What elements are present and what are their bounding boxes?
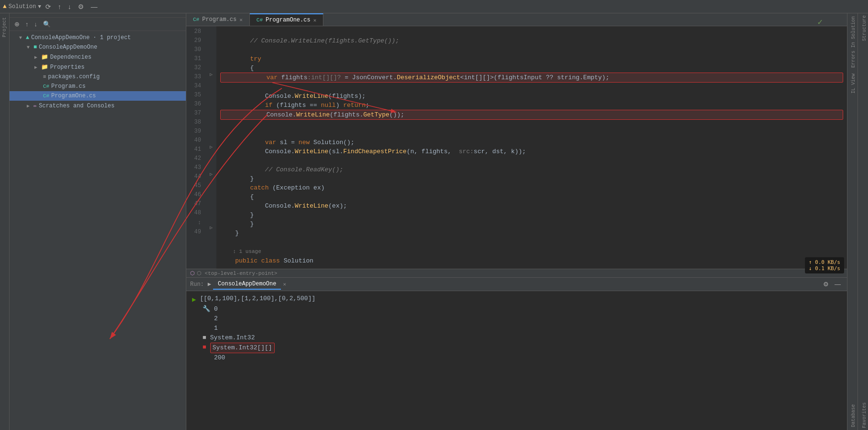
- bottom-tabs-bar: Run: ▶ ConsoleAppDemoOne ✕ ⚙ —: [186, 278, 847, 291]
- tree-item-scratches[interactable]: ▶ ✏ Scratches and Consoles: [10, 101, 186, 111]
- scratches-label: Scratches and Consoles: [39, 103, 114, 109]
- sidebar-tool-btn-1[interactable]: ⊕: [12, 20, 21, 29]
- vtab-database[interactable]: Database: [847, 401, 857, 430]
- sidebar-header: [10, 13, 186, 18]
- checkmark-symbol: ✓: [817, 18, 823, 27]
- line-40: // Console.ReadKey();: [220, 166, 343, 173]
- sync-btn[interactable]: ⟳: [43, 2, 54, 11]
- line-28: // Console.WriteLine(flights.GetType());: [220, 37, 399, 44]
- vtab-structure[interactable]: Structure: [858, 13, 868, 43]
- tree-item-pkg[interactable]: ≡ packages.config: [10, 72, 186, 82]
- line-45: }: [220, 211, 254, 219]
- tab-program-close[interactable]: ✕: [239, 17, 243, 23]
- console-line-5: ■ System.Int32: [203, 333, 841, 343]
- bottom-panel: Run: ▶ ConsoleAppDemoOne ✕ ⚙ — ▶ [[: [186, 277, 847, 430]
- project-sidebar: ⊕ ↑ ↓ 🔍 ▼ ▲ ConsoleAppDemoOne · 1 projec…: [10, 13, 186, 430]
- console-output-1: 1: [214, 324, 218, 333]
- tree-item-proj[interactable]: ▼ ■ ConsoleAppDemoOne: [10, 42, 186, 52]
- expand-arrow-scratches: ▶: [27, 103, 32, 109]
- vtab-spacer: [847, 96, 857, 401]
- line-49: public class Solution: [220, 257, 313, 264]
- console-tool-icon-2: ■: [203, 333, 206, 343]
- line-42: catch (Exception ex): [220, 184, 325, 191]
- console-line-6: ■ System.Int32[][]: [203, 343, 841, 353]
- checkmark-indicator: ✓: [817, 17, 823, 27]
- console-tab-label: ConsoleAppDemoOne: [218, 281, 276, 287]
- minimize-btn[interactable]: —: [88, 2, 100, 11]
- nav-up-btn[interactable]: ↑: [55, 2, 64, 11]
- gutter: ▷ ▷ ▷ ▷: [208, 26, 216, 269]
- line-34: if (flights == null) return;: [220, 102, 369, 109]
- console-minimize-btn[interactable]: —: [832, 280, 843, 289]
- far-right-tabs: Structure Favorites: [857, 13, 868, 430]
- console-line-4: 1: [203, 324, 841, 333]
- console-output: ▶ [[0,1,100],[1,2,100],[0,2,500]] 🔧 0 2: [186, 291, 847, 430]
- code-tabs-bar: C# Program.cs ✕ C# ProgramOne.cs ✕: [186, 13, 847, 26]
- console-output-int32-arr: System.Int32[][]: [210, 343, 275, 353]
- tree-item-solution[interactable]: ▼ ▲ ConsoleAppDemoOne · 1 project: [10, 33, 186, 42]
- dropdown-icon[interactable]: ▼: [38, 4, 41, 10]
- fold-arrow-41[interactable]: ▷: [210, 144, 213, 150]
- net-upload: ↑ 0.0 KB/s: [809, 259, 840, 265]
- breadcrumb-bar: ⬡ ⬡ <top-level-entry-point>: [186, 269, 847, 277]
- sidebar-search-btn[interactable]: 🔍: [41, 20, 53, 29]
- run-label: Run:: [190, 281, 204, 288]
- line-44: Console.WriteLine(ex);: [220, 202, 347, 210]
- left-vertical-tabs: Project: [0, 13, 10, 430]
- vtab-il[interactable]: IL View: [847, 71, 857, 96]
- fold-arrow-42[interactable]: ▷: [210, 171, 213, 177]
- vtab-errors[interactable]: Errors In Solution: [847, 13, 857, 71]
- sidebar-tool-btn-3[interactable]: ↓: [32, 20, 40, 29]
- usage-hint: ↕ 1 usage: [220, 249, 261, 254]
- run-icon: ▶: [208, 281, 211, 288]
- deps-icon: 📁: [41, 53, 48, 61]
- sidebar-tool-btn-2[interactable]: ↑: [23, 20, 31, 29]
- console-output-0: 0: [214, 304, 218, 314]
- code-editor[interactable]: 28 29 30 31 32 33 34 35 36 37 38 39 40 4…: [186, 26, 847, 269]
- fold-arrow-49[interactable]: ▷: [210, 225, 213, 231]
- sidebar-label-project[interactable]: Project: [1, 15, 8, 39]
- line-30: try: [220, 55, 261, 63]
- far-right-spacer: [858, 43, 868, 400]
- run-play-icon: ▶: [192, 295, 196, 304]
- line-47: }: [220, 230, 239, 237]
- pkg-label: packages.config: [48, 73, 100, 80]
- prog-icon: C#: [43, 84, 49, 89]
- props-icon: 📁: [41, 63, 48, 71]
- console-output-array: [[0,1,100],[1,2,100],[0,2,500]]: [200, 294, 315, 304]
- tree-item-deps[interactable]: ▶ 📁 Dependencies: [10, 52, 186, 62]
- console-output-int32: System.Int32: [210, 333, 255, 343]
- sidebar-toolbar: ⊕ ↑ ↓ 🔍: [10, 18, 186, 31]
- code-lines-content: // Console.WriteLine(flights.GetType());…: [216, 26, 847, 269]
- line-32: var flights:int[][]? = JsonConvert.Deser…: [220, 73, 843, 83]
- props-label: Properties: [50, 64, 85, 71]
- tab-programone-label: ProgramOne.cs: [266, 17, 311, 23]
- tree-item-programone[interactable]: C# ProgramOne.cs: [10, 91, 186, 101]
- console-settings-btn[interactable]: ⚙: [821, 280, 831, 289]
- expand-arrow-props: ▶: [34, 64, 39, 70]
- vtab-favorites[interactable]: Favorites: [858, 400, 868, 430]
- tab-program[interactable]: C# Program.cs ✕: [186, 13, 250, 26]
- bottom-toolbar: ⚙ —: [821, 280, 843, 289]
- line-41: }: [220, 175, 254, 182]
- solution-tree-icon: ▲: [26, 34, 29, 41]
- tab-program-icon: C#: [193, 17, 199, 22]
- deps-label: Dependencies: [50, 54, 91, 61]
- tree-item-props[interactable]: ▶ 📁 Properties: [10, 62, 186, 72]
- console-del-icon: ■: [203, 343, 206, 352]
- fold-arrow-30[interactable]: ▷: [210, 72, 213, 77]
- tree-item-program[interactable]: C# Program.cs: [10, 82, 186, 91]
- console-output-200: 200: [214, 353, 225, 363]
- progone-icon: C#: [43, 93, 49, 99]
- console-tab-close[interactable]: ✕: [283, 281, 286, 287]
- proj-label: ConsoleAppDemoOne: [39, 44, 97, 51]
- breadcrumb-text: ⬡ <top-level-entry-point>: [197, 270, 277, 276]
- tab-programone[interactable]: C# ProgramOne.cs ✕: [250, 13, 323, 26]
- nav-down-btn[interactable]: ↓: [65, 2, 74, 11]
- tab-programone-close[interactable]: ✕: [313, 17, 317, 23]
- settings-btn[interactable]: ⚙: [75, 2, 86, 11]
- tab-consoleappdemoone[interactable]: ConsoleAppDemoOne: [213, 279, 281, 290]
- solution-tree-label: ConsoleAppDemoOne · 1 project: [31, 34, 131, 41]
- network-status: ↑ 0.0 KB/s ↓ 0.1 KB/s: [805, 257, 844, 273]
- solution-icon: ▲: [3, 3, 7, 10]
